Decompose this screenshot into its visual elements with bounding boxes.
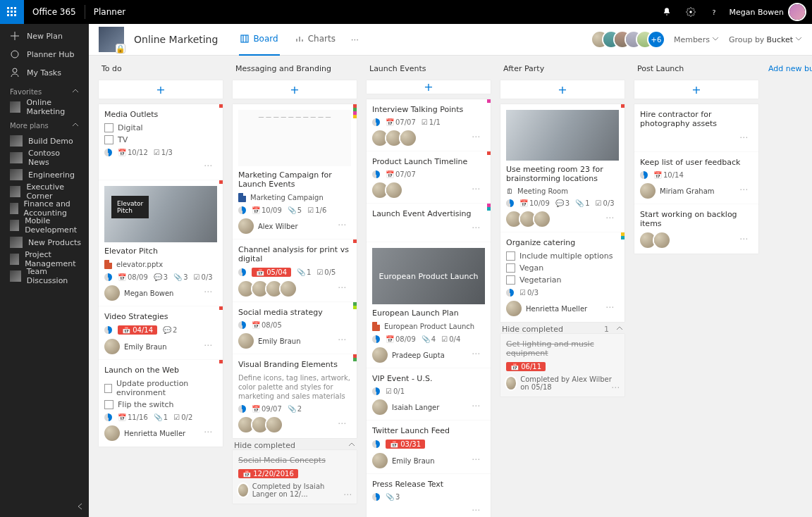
card-more-button[interactable]: ⋯: [204, 287, 213, 297]
card-more-button[interactable]: ⋯: [338, 418, 347, 428]
nav-section-more-plans[interactable]: More plans: [0, 116, 89, 132]
bucket-party: After Party + Use meeting room 23 for br…: [500, 63, 625, 510]
nav-section-favorites[interactable]: Favorites: [0, 82, 89, 99]
overdue-date: 📅 03/31: [386, 440, 425, 449]
add-task-button[interactable]: +: [233, 80, 357, 99]
card-more-button[interactable]: ⋯: [739, 185, 749, 194]
group-by-dropdown[interactable]: Group by Bucket: [729, 35, 802, 44]
add-task-button[interactable]: +: [500, 80, 625, 99]
chevron-up-icon: [348, 441, 355, 450]
checklist-item[interactable]: TV: [104, 135, 217, 144]
card-more-button[interactable]: ⋯: [204, 161, 213, 170]
task-card[interactable]: European Product LaunchEuropean Launch P…: [367, 242, 491, 368]
checklist-item[interactable]: Update production environment: [104, 379, 217, 397]
nav-plan-item[interactable]: Engineering: [0, 166, 89, 183]
add-task-button[interactable]: +: [634, 80, 758, 99]
bucket-title[interactable]: Launch Events: [367, 63, 491, 75]
tab-board[interactable]: Board: [239, 24, 279, 56]
nav-plan-item[interactable]: Team Discussion: [0, 268, 89, 285]
nav-plan-item[interactable]: Executive Corner: [0, 183, 89, 200]
notifications-button[interactable]: [655, 0, 679, 24]
card-more-button[interactable]: ⋯: [472, 132, 481, 142]
app-launcher-button[interactable]: [0, 0, 24, 24]
category-badge: [487, 99, 491, 103]
collapse-nav-button[interactable]: [76, 502, 85, 513]
task-card[interactable]: ElevatorPitchElevator Pitchelevator.pptx…: [99, 180, 223, 306]
task-card[interactable]: Hire contractor for photography assets⋯: [634, 104, 758, 152]
checklist-item[interactable]: Flip the switch: [104, 400, 217, 409]
card-more-button[interactable]: ⋯: [611, 382, 620, 392]
card-more-button[interactable]: ⋯: [605, 302, 615, 312]
task-card[interactable]: Start working on backlog items⋯: [634, 204, 758, 254]
plan-more-button[interactable]: ⋯: [351, 35, 359, 44]
nav-new-plan[interactable]: New Plan: [0, 27, 89, 45]
assignee-avatar: [104, 285, 120, 301]
card-more-button[interactable]: ⋯: [472, 349, 481, 359]
card-more-button[interactable]: ⋯: [204, 340, 213, 350]
hide-completed-toggle[interactable]: Hide completed1: [500, 322, 625, 334]
task-card[interactable]: Media OutletsDigitalTV10/121/3⋯: [99, 104, 223, 180]
task-card[interactable]: Launch Event Advertising⋯: [367, 204, 491, 242]
checklist-item[interactable]: Include multiple options: [506, 251, 619, 261]
settings-button[interactable]: [679, 0, 703, 24]
add-task-button[interactable]: +: [367, 80, 491, 94]
bucket-title[interactable]: After Party: [500, 63, 625, 75]
card-more-button[interactable]: ⋯: [605, 213, 615, 223]
nav-plan-item[interactable]: Build Demo: [0, 132, 89, 149]
task-card[interactable]: Channel analysis for print vs digital📅 0…: [233, 239, 357, 302]
bucket-title[interactable]: Messaging and Branding: [233, 63, 357, 75]
task-card[interactable]: VIP Event - U.S.0/1Isaiah Langer⋯: [367, 368, 491, 421]
add-bucket-button[interactable]: Add new bu: [768, 63, 812, 510]
task-card[interactable]: — — — — — — — — — —Marketing Campaign fo…: [233, 104, 357, 239]
nav-plan-item[interactable]: Contoso News: [0, 149, 89, 166]
task-card[interactable]: Use meeting room 23 for brainstorming lo…: [500, 104, 625, 232]
card-meta: 10/0951/6: [238, 206, 351, 214]
completed-card[interactable]: Social Media Concepts📅 12/20/2016Complet…: [233, 450, 357, 504]
task-card[interactable]: Video Strategies📅 04/142Emily Braun⋯: [99, 306, 223, 360]
card-meta: 10/09310/3: [506, 199, 619, 207]
card-more-button[interactable]: ⋯: [472, 223, 481, 232]
card-more-button[interactable]: ⋯: [472, 505, 481, 515]
nav-plan-item[interactable]: New Products: [0, 234, 89, 251]
user-menu[interactable]: Megan Bowen: [727, 4, 812, 20]
card-more-button[interactable]: ⋯: [472, 401, 481, 411]
card-more-button[interactable]: ⋯: [338, 335, 347, 344]
task-card[interactable]: Interview Talking Points07/071/1⋯: [367, 99, 491, 151]
card-more-button[interactable]: ⋯: [472, 454, 481, 464]
nav-planner-hub[interactable]: Planner Hub: [0, 45, 89, 63]
hide-completed-toggle[interactable]: Hide completed: [233, 438, 357, 450]
checklist-item[interactable]: Digital: [104, 123, 217, 132]
bucket-title[interactable]: To do: [99, 63, 223, 75]
task-card[interactable]: Product Launch Timeline07/07⋯: [367, 151, 491, 204]
task-card[interactable]: Twitter Launch Feed📅 03/31Emily Braun⋯: [367, 421, 491, 474]
add-task-button[interactable]: +: [99, 80, 223, 99]
tab-charts[interactable]: Charts: [294, 24, 337, 56]
filetype-icon: [104, 260, 112, 269]
card-more-button[interactable]: ⋯: [338, 220, 347, 230]
checklist-item[interactable]: Vegetarian: [506, 275, 619, 285]
bucket-title[interactable]: Post Launch: [634, 63, 758, 75]
nav-plan-item[interactable]: Mobile Development: [0, 217, 89, 234]
nav-fav-online-marketing[interactable]: Online Marketing: [0, 99, 89, 116]
card-more-button[interactable]: ⋯: [338, 282, 347, 292]
plan-members[interactable]: +6: [596, 32, 664, 47]
task-card[interactable]: Keep list of user feedback10/14Miriam Gr…: [634, 152, 758, 204]
task-card[interactable]: Organize cateringInclude multiple option…: [500, 232, 625, 322]
checklist-item[interactable]: Vegan: [506, 263, 619, 273]
help-button[interactable]: ?: [703, 0, 727, 24]
completed-card[interactable]: Get lighting and music equipment📅 06/11C…: [500, 334, 625, 397]
card-more-button[interactable]: ⋯: [204, 427, 213, 437]
nav-plan-item[interactable]: Project Management: [0, 251, 89, 268]
task-card[interactable]: Press Release Text3⋯: [367, 474, 491, 517]
nav-my-tasks[interactable]: My Tasks: [0, 63, 89, 82]
card-more-button[interactable]: ⋯: [343, 490, 352, 499]
task-card[interactable]: Visual Branding ElementsDefine icons, ta…: [233, 354, 357, 438]
nav-plan-item[interactable]: Finance and Accounting: [0, 200, 89, 217]
attachments-count: 3: [386, 493, 400, 501]
members-dropdown[interactable]: Members: [674, 35, 719, 44]
task-card[interactable]: Social media strategy08/05Emily Braun⋯: [233, 302, 357, 354]
card-more-button[interactable]: ⋯: [739, 234, 749, 244]
card-more-button[interactable]: ⋯: [472, 184, 481, 194]
task-card[interactable]: Launch on the WebUpdate production envir…: [99, 360, 223, 447]
card-more-button[interactable]: ⋯: [739, 132, 749, 142]
